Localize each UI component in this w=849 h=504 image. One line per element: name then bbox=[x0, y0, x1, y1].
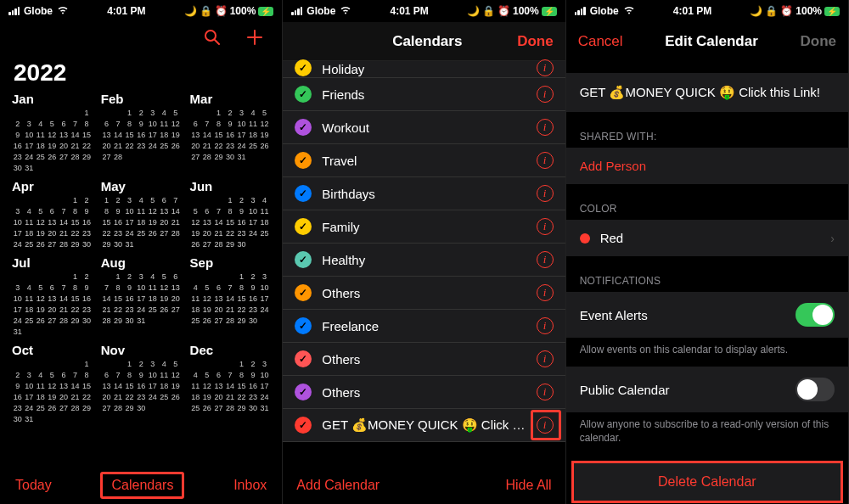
month-feb[interactable]: Feb1234567891011121314151617181920212223… bbox=[101, 92, 182, 174]
calendars-button[interactable]: Calendars bbox=[100, 472, 184, 499]
info-icon[interactable]: i bbox=[537, 384, 554, 400]
calendar-row[interactable]: ✓Traveli bbox=[283, 144, 565, 177]
search-icon[interactable] bbox=[204, 29, 221, 50]
cancel-button[interactable]: Cancel bbox=[578, 33, 623, 50]
info-icon[interactable]: i bbox=[537, 251, 554, 268]
month-days: 1234567891011121314151617181920212223242… bbox=[12, 359, 93, 425]
event-alerts-label: Event Alerts bbox=[580, 308, 648, 322]
months-grid[interactable]: Jan1234567891011121314151617181920212223… bbox=[0, 92, 282, 430]
month-label: Jun bbox=[190, 179, 271, 193]
calendar-check-icon[interactable]: ✓ bbox=[295, 350, 312, 367]
calendar-row[interactable]: ✓Familyi bbox=[283, 210, 565, 244]
info-icon[interactable]: i bbox=[537, 59, 554, 76]
calendar-check-icon[interactable]: ✓ bbox=[295, 384, 312, 400]
month-jun[interactable]: Jun1234567891011121314151617181920212223… bbox=[190, 179, 271, 250]
calendar-check-icon[interactable]: ✓ bbox=[295, 59, 312, 76]
svg-line-1 bbox=[215, 40, 219, 44]
add-calendar-button[interactable]: Add Calendar bbox=[296, 478, 380, 493]
month-sep[interactable]: Sep1234567891011121314151617181920212223… bbox=[190, 255, 271, 338]
month-days: 1234567891011121314151617181920212223242… bbox=[12, 272, 93, 338]
battery-icon: ⚡ bbox=[824, 7, 840, 16]
month-nov[interactable]: Nov1234567891011121314151617181920212223… bbox=[101, 343, 182, 425]
info-icon[interactable]: i bbox=[537, 86, 554, 103]
hide-all-button[interactable]: Hide All bbox=[505, 478, 551, 493]
alarm-icon: ⏰ bbox=[498, 5, 510, 17]
add-icon[interactable] bbox=[246, 29, 263, 50]
month-days: 1234567891011121314151617181920212223242… bbox=[101, 359, 182, 414]
calendar-row[interactable]: ✓Friendsi bbox=[283, 78, 565, 111]
info-icon[interactable]: i bbox=[537, 185, 554, 202]
calendar-row[interactable]: ✓Healthyi bbox=[283, 244, 565, 277]
public-calendar-toggle[interactable] bbox=[796, 378, 835, 401]
month-label: Jan bbox=[12, 92, 93, 106]
calendar-row[interactable]: ✓Othersi bbox=[283, 277, 565, 310]
info-icon[interactable]: i bbox=[537, 284, 554, 301]
delete-highlight: Delete Calendar bbox=[571, 461, 843, 503]
month-days: 1234567891011121314151617181920212223242… bbox=[101, 195, 182, 250]
done-button[interactable]: Done bbox=[517, 33, 554, 50]
month-days: 1234567891011121314151617181920212223242… bbox=[12, 195, 93, 250]
month-jul[interactable]: Jul1234567891011121314151617181920212223… bbox=[12, 255, 93, 338]
calendar-check-icon[interactable]: ✓ bbox=[295, 251, 312, 268]
calendar-check-icon[interactable]: ✓ bbox=[295, 218, 312, 235]
battery-text: 100% bbox=[796, 5, 822, 17]
info-icon[interactable]: i bbox=[537, 350, 554, 367]
svg-point-0 bbox=[205, 31, 216, 41]
month-days: 1234567891011121314151617181920212223242… bbox=[101, 108, 182, 163]
month-aug[interactable]: Aug1234567891011121314151617181920212223… bbox=[101, 255, 182, 338]
color-row[interactable]: Red › bbox=[566, 220, 848, 256]
info-icon[interactable]: i bbox=[537, 152, 554, 169]
year-view-panel: Globe 4:01 PM 🌙 🔒 ⏰ 100% ⚡ 2022 Jan12345… bbox=[0, 0, 283, 504]
calendar-row[interactable]: ✓Othersi bbox=[283, 376, 565, 409]
month-days: 1234567891011121314151617181920212223242… bbox=[12, 108, 93, 174]
month-may[interactable]: May1234567891011121314151617181920212223… bbox=[101, 179, 182, 250]
calendar-check-icon[interactable]: ✓ bbox=[295, 185, 312, 202]
month-label: Feb bbox=[101, 92, 182, 106]
calendar-check-icon[interactable]: ✓ bbox=[295, 284, 312, 301]
info-icon[interactable]: i bbox=[537, 119, 554, 136]
color-section-label: COLOR bbox=[566, 184, 848, 220]
status-time: 4:01 PM bbox=[390, 5, 428, 17]
calendar-list: ✓Holidayi✓Friendsi✓Workouti✓Traveli✓Birt… bbox=[283, 61, 565, 442]
calendar-row[interactable]: ✓Othersi bbox=[283, 343, 565, 376]
edit-title: Edit Calendar bbox=[623, 33, 801, 50]
calendar-label: Birthdays bbox=[322, 187, 526, 201]
moon-icon: 🌙 bbox=[184, 5, 197, 17]
calendar-check-icon[interactable]: ✓ bbox=[295, 317, 312, 334]
done-button[interactable]: Done bbox=[800, 33, 836, 50]
calendar-row[interactable]: ✓Workouti bbox=[283, 111, 565, 144]
color-dot-icon bbox=[580, 233, 590, 244]
delete-calendar-button[interactable]: Delete Calendar bbox=[574, 463, 841, 501]
calendar-check-icon[interactable]: ✓ bbox=[295, 86, 312, 103]
month-apr[interactable]: Apr1234567891011121314151617181920212223… bbox=[12, 179, 93, 250]
status-bar: Globe 4:01 PM 🌙 🔒 ⏰ 100% ⚡ bbox=[283, 0, 565, 22]
calendar-label: Friends bbox=[322, 87, 526, 102]
calendar-row[interactable]: ✓Holidayi bbox=[283, 61, 565, 78]
year-title: 2022 bbox=[0, 56, 282, 92]
calendar-label: Healthy bbox=[322, 253, 526, 267]
shared-with-label: SHARED WITH: bbox=[566, 112, 848, 148]
month-dec[interactable]: Dec1234567891011121314151617181920212223… bbox=[190, 343, 271, 425]
event-alerts-toggle[interactable] bbox=[796, 303, 835, 327]
month-jan[interactable]: Jan1234567891011121314151617181920212223… bbox=[12, 92, 93, 174]
info-icon[interactable]: i bbox=[537, 317, 554, 334]
month-mar[interactable]: Mar1234567891011121314151617181920212223… bbox=[190, 92, 271, 174]
add-person-button[interactable]: Add Person bbox=[566, 148, 848, 184]
inbox-button[interactable]: Inbox bbox=[233, 478, 267, 493]
calendar-name-field[interactable]: GET 💰MONEY QUICK 🤑 Click this Link! bbox=[566, 73, 848, 112]
info-highlight bbox=[531, 410, 561, 440]
month-days: 1234567891011121314151617181920212223242… bbox=[190, 272, 271, 327]
calendar-row[interactable]: ✓Freelancei bbox=[283, 310, 565, 343]
today-button[interactable]: Today bbox=[15, 478, 52, 493]
calendar-check-icon[interactable]: ✓ bbox=[295, 417, 312, 434]
info-icon[interactable]: i bbox=[537, 218, 554, 235]
event-alerts-row: Event Alerts bbox=[566, 292, 848, 338]
edit-header: Cancel Edit Calendar Done bbox=[566, 22, 848, 61]
month-oct[interactable]: Oct1234567891011121314151617181920212223… bbox=[12, 343, 93, 425]
calendar-row[interactable]: ✓GET 💰MONEY QUICK 🤑 Click this…i bbox=[283, 409, 565, 442]
calendar-row[interactable]: ✓Birthdaysi bbox=[283, 177, 565, 210]
edit-calendar-panel: Globe 4:01 PM 🌙 🔒 ⏰ 100% ⚡ Cancel Edit C… bbox=[566, 0, 849, 504]
color-name: Red bbox=[600, 231, 624, 245]
calendar-check-icon[interactable]: ✓ bbox=[295, 119, 312, 136]
calendar-check-icon[interactable]: ✓ bbox=[295, 152, 312, 169]
